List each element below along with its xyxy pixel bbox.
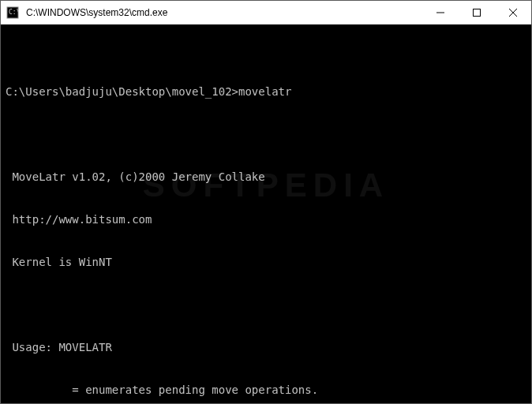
terminal-body[interactable]: SOFTPEDIA C:\Users\badjuju\Desktop\movel…	[1, 24, 531, 403]
blank-line	[6, 127, 526, 141]
output-line: Kernel is WinNT	[6, 255, 526, 269]
svg-text:C:\: C:\	[9, 9, 19, 16]
minimize-button[interactable]	[422, 1, 459, 24]
prompt-line-1: C:\Users\badjuju\Desktop\movel_102>movel…	[6, 84, 526, 99]
prompt-path: C:\Users\badjuju\Desktop\movel_102>	[6, 85, 238, 98]
window-controls	[422, 1, 531, 24]
cmd-icon: C:\	[1, 1, 24, 24]
output-line: Usage: MOVELATR	[6, 340, 526, 354]
window-title: C:\WINDOWS\system32\cmd.exe	[24, 7, 422, 18]
svg-rect-3	[474, 9, 481, 17]
close-button[interactable]	[495, 1, 531, 24]
cmd-window: C:\ C:\WINDOWS\system32\cmd.exe SOFTPEDI…	[0, 0, 532, 404]
titlebar[interactable]: C:\ C:\WINDOWS\system32\cmd.exe	[1, 1, 531, 24]
prompt-command: movelatr	[238, 85, 291, 98]
maximize-button[interactable]	[459, 1, 495, 24]
output-line: = enumerates pending move operations.	[6, 383, 526, 397]
output-line: http://www.bitsum.com	[6, 212, 526, 226]
output-line: MoveLatr v1.02, (c)2000 Jeremy Collake	[6, 170, 526, 184]
blank-line	[6, 297, 526, 312]
